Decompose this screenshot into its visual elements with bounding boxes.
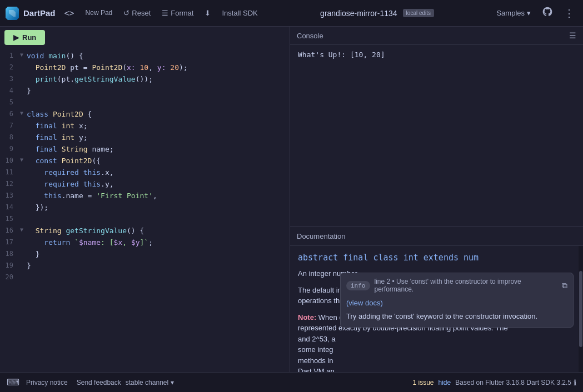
code-line-16: 16 ▼ String getStringValue() { bbox=[0, 225, 290, 237]
run-button[interactable]: ▶ Run bbox=[4, 30, 45, 45]
code-line-6: 6 ▼ class Point2D { bbox=[0, 109, 290, 120]
menu-icon: ☰ bbox=[569, 31, 576, 40]
reset-button[interactable]: ↺ Reset bbox=[119, 7, 155, 19]
samples-label: Samples bbox=[496, 9, 525, 17]
install-sdk-button[interactable]: Install SDK bbox=[217, 7, 262, 19]
new-pad-label: New Pad bbox=[86, 9, 113, 17]
download-icon: ⬇ bbox=[205, 9, 211, 17]
code-line-20: 20 bbox=[0, 272, 290, 284]
info-icon: ℹ bbox=[574, 378, 576, 387]
console-text: What's Up!: [10, 20] bbox=[298, 51, 385, 59]
right-panel: Console ☰ What's Up!: [10, 20] Documenta… bbox=[290, 27, 583, 372]
code-line-9: 9 final String name; bbox=[0, 144, 290, 155]
console-section: Console ☰ What's Up!: [10, 20] bbox=[290, 27, 583, 227]
format-label: Format bbox=[171, 9, 193, 17]
privacy-notice-button[interactable]: Privacy notice bbox=[22, 376, 72, 389]
format-icon: ☰ bbox=[162, 9, 168, 17]
docs-content[interactable]: abstract final class int extends num An … bbox=[290, 246, 583, 372]
copy-button[interactable]: ⧉ bbox=[562, 281, 567, 290]
hide-label: hide bbox=[439, 379, 451, 386]
editor-toolbar: ▶ Run bbox=[0, 27, 290, 48]
info-badge: info bbox=[346, 281, 370, 290]
top-nav: DartPad <> New Pad ↺ Reset ☰ Format ⬇ In… bbox=[0, 0, 583, 27]
channel-select[interactable]: stable channel ▾ bbox=[126, 379, 174, 386]
chevron-down-icon: ▾ bbox=[527, 9, 531, 17]
install-sdk-label: Install SDK bbox=[222, 9, 257, 17]
docs-header: Documentation bbox=[290, 227, 583, 246]
console-output: What's Up!: [10, 20] bbox=[290, 45, 583, 226]
docs-section: Documentation abstract final class int e… bbox=[290, 227, 583, 372]
github-icon bbox=[542, 6, 553, 17]
github-button[interactable] bbox=[537, 4, 557, 22]
code-line-13: 13 this.name = 'First Point', bbox=[0, 190, 290, 202]
more-icon: ⋮ bbox=[564, 8, 574, 19]
format-button[interactable]: ☰ Format bbox=[157, 7, 198, 19]
run-icon: ▶ bbox=[13, 33, 19, 42]
tooltip-suggestion: Try adding the 'const' keyword to the co… bbox=[346, 311, 567, 322]
code-line-4: 4 } bbox=[0, 86, 290, 97]
logo-text: DartPad bbox=[23, 8, 56, 18]
send-feedback-label: Send feedback bbox=[77, 379, 121, 386]
code-line-19: 19 } bbox=[0, 260, 290, 272]
editor-panel: ▶ Run 1 ▼ void main() { 2 Point2D pt = P… bbox=[0, 27, 290, 372]
code-line-8: 8 final int y; bbox=[0, 132, 290, 144]
bottom-bar: ⌨ Privacy notice Send feedback stable ch… bbox=[0, 372, 583, 392]
code-line-12: 12 required this.y, bbox=[0, 179, 290, 190]
code-line-15: 15 bbox=[0, 214, 290, 225]
reset-icon: ↺ bbox=[123, 9, 129, 17]
code-line-17: 17 return `$name: [$x, $y]`; bbox=[0, 237, 290, 249]
tooltip-meta: line 2 • Use 'const' with the constructo… bbox=[375, 278, 558, 293]
local-edits-badge: local edits bbox=[403, 9, 434, 17]
console-title: Console bbox=[297, 32, 323, 40]
code-icon: <> bbox=[64, 8, 74, 18]
hide-button[interactable]: hide bbox=[439, 379, 451, 386]
project-name: grandiose-mirror-1134 bbox=[320, 9, 397, 18]
code-line-14: 14 }); bbox=[0, 202, 290, 214]
issue-count: 1 issue bbox=[413, 379, 434, 386]
privacy-notice-label: Privacy notice bbox=[26, 379, 68, 386]
scroll-thumb[interactable] bbox=[579, 271, 582, 346]
keyboard-button[interactable]: ⌨ bbox=[7, 377, 19, 388]
docs-note-4: methods in bbox=[298, 355, 575, 366]
code-line-7: 7 final int x; bbox=[0, 120, 290, 132]
issue-button[interactable]: 1 issue bbox=[413, 379, 434, 386]
code-line-11: 11 required this.x, bbox=[0, 167, 290, 179]
flutter-info: Based on Flutter 3.16.8 Dart SDK 3.2.5 bbox=[455, 379, 571, 386]
run-label: Run bbox=[22, 33, 36, 42]
download-button[interactable]: ⬇ bbox=[200, 7, 215, 19]
code-editor[interactable]: 1 ▼ void main() { 2 Point2D pt = Point2D… bbox=[0, 48, 290, 372]
dart-logo-icon bbox=[4, 6, 20, 21]
docs-class-signature: abstract final class int extends num bbox=[298, 253, 575, 263]
tooltip-header: info line 2 • Use 'const' with the const… bbox=[341, 273, 573, 298]
copy-icon: ⧉ bbox=[562, 281, 567, 290]
logo: DartPad bbox=[4, 6, 56, 21]
channel-label: stable channel bbox=[126, 379, 168, 386]
code-line-1: 1 ▼ void main() { bbox=[0, 51, 290, 62]
tooltip-body: (view docs) Try adding the 'const' keywo… bbox=[341, 298, 573, 327]
docs-note-3: some integ bbox=[298, 344, 575, 355]
reset-label: Reset bbox=[132, 9, 151, 17]
docs-note-2: and 2^53, a bbox=[298, 334, 575, 345]
docs-note-5: Dart VM an bbox=[298, 366, 575, 372]
tooltip-view-docs[interactable]: (view docs) bbox=[346, 299, 383, 307]
main-content: ▶ Run 1 ▼ void main() { 2 Point2D pt = P… bbox=[0, 27, 583, 372]
code-line-3: 3 print(pt.getStringValue()); bbox=[0, 74, 290, 86]
scroll-track bbox=[579, 246, 583, 372]
console-header: Console ☰ bbox=[290, 27, 583, 45]
new-pad-button[interactable]: New Pad bbox=[81, 7, 117, 19]
code-line-5: 5 bbox=[0, 97, 290, 109]
docs-title: Documentation bbox=[297, 232, 345, 240]
info-button[interactable]: ℹ bbox=[574, 378, 576, 387]
code-line-10: 10 ▼ const Point2D({ bbox=[0, 155, 290, 167]
more-options-button[interactable]: ⋮ bbox=[560, 5, 579, 22]
code-icon-button[interactable]: <> bbox=[60, 6, 79, 21]
samples-button[interactable]: Samples ▾ bbox=[492, 7, 535, 19]
code-line-2: 2 Point2D pt = Point2D(x: 10, y: 20); bbox=[0, 62, 290, 74]
console-menu-button[interactable]: ☰ bbox=[569, 31, 576, 40]
keyboard-icon: ⌨ bbox=[7, 378, 19, 387]
chevron-down-icon-channel: ▾ bbox=[171, 379, 174, 386]
tooltip-popup: info line 2 • Use 'const' with the const… bbox=[340, 273, 574, 328]
send-feedback-button[interactable]: Send feedback bbox=[72, 376, 126, 389]
note-label: Note: bbox=[298, 313, 316, 321]
code-line-18: 18 } bbox=[0, 249, 290, 260]
